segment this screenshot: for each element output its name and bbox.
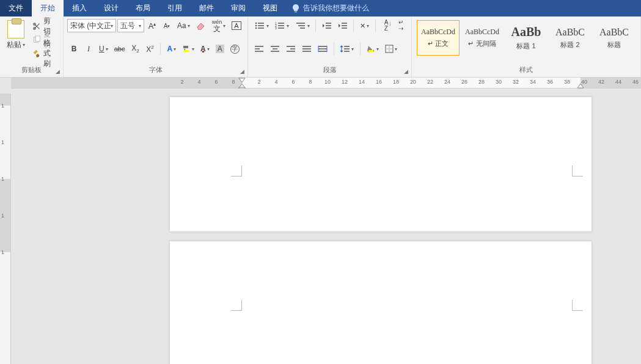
tab-references[interactable]: 引用 [159, 0, 191, 16]
group-styles: AaBbCcDd↵ 正文AaBbCcDd↵ 无间隔AaBb标题 1AaBbC标题… [412, 16, 641, 77]
ruler-number: 2 [257, 79, 260, 85]
grow-font-button[interactable]: A▴ [145, 19, 159, 32]
ruler-number: 14 [359, 79, 365, 85]
bullets-button[interactable] [252, 19, 271, 32]
font-size-combo[interactable]: 五号▾ [117, 19, 144, 32]
style-item-标题 1[interactable]: AaBb标题 1 [505, 20, 548, 56]
decrease-indent-button[interactable] [320, 19, 334, 32]
style-item-标题 2[interactable]: AaBbC标题 2 [549, 20, 592, 56]
increase-indent-button[interactable] [335, 19, 350, 32]
bold-button[interactable]: B [67, 42, 81, 56]
tell-me-search[interactable]: 告诉我你想要做什么 [286, 0, 375, 16]
group-label-styles: 样式 [416, 65, 637, 76]
page-1[interactable] [170, 97, 592, 231]
hanging-indent-marker[interactable] [238, 83, 246, 89]
bullets-icon [254, 21, 265, 30]
asian-layout-button[interactable]: ✕ [357, 19, 372, 32]
horizontal-ruler[interactable]: 8642246810121416182022242628303234363840… [11, 78, 641, 89]
document-viewport[interactable] [11, 89, 641, 364]
shrink-font-button[interactable]: A▾ [160, 19, 174, 32]
style-item-标题[interactable]: AaBbC标题 [593, 20, 636, 56]
tab-insert[interactable]: 插入 [64, 0, 95, 16]
paste-button[interactable]: 粘贴 ▾ [4, 19, 29, 51]
align-right-button[interactable] [284, 42, 298, 56]
strikethrough-button[interactable]: abc [112, 42, 128, 56]
ruler-number: 34 [530, 79, 536, 85]
tab-home[interactable]: 开始 [32, 0, 64, 16]
character-shading-button[interactable]: A [213, 42, 227, 56]
styles-gallery[interactable]: AaBbCcDd↵ 正文AaBbCcDd↵ 无间隔AaBb标题 1AaBbC标题… [416, 19, 637, 57]
svg-point-4 [255, 23, 257, 24]
ruler-number: 38 [564, 79, 570, 85]
asian-layout-icon: ✕ [360, 22, 365, 30]
numbering-button[interactable]: 123 [272, 19, 291, 32]
numbering-icon: 123 [274, 21, 285, 30]
justify-button[interactable] [299, 42, 314, 56]
ruler-number: 46 [632, 79, 639, 85]
shading-button[interactable] [364, 42, 381, 56]
paragraph-dialog-launcher[interactable]: ◢ [402, 68, 409, 75]
align-left-icon [254, 45, 264, 53]
tab-layout[interactable]: 布局 [127, 0, 159, 16]
highlight-button[interactable] [180, 42, 197, 56]
ruler-number: 30 [496, 79, 502, 85]
align-center-button[interactable] [268, 42, 282, 56]
tab-view[interactable]: 视图 [254, 0, 286, 16]
text-effects-button[interactable]: A [164, 42, 178, 56]
ruler-number: 8 [309, 79, 312, 85]
superscript-button[interactable]: X2 [143, 42, 156, 56]
strike-icon: abc [114, 45, 125, 53]
separator [334, 43, 334, 55]
clear-formatting-button[interactable] [194, 19, 208, 32]
style-item-正文[interactable]: AaBbCcDd↵ 正文 [417, 20, 460, 56]
change-case-button[interactable]: Aa [175, 19, 192, 32]
group-label-paragraph: 段落 [252, 65, 408, 76]
char-shading-icon: A [216, 45, 224, 53]
ruler-number: 16 [376, 79, 382, 85]
group-font: 宋体 (中文正文)▾ 五号▾ A▴ A▾ Aa wén文 A B I U abc… [64, 16, 248, 77]
style-name-label: 标题 2 [560, 40, 579, 49]
align-left-button[interactable] [252, 42, 266, 56]
multilevel-list-button[interactable] [293, 19, 312, 32]
font-color-button[interactable]: A [198, 42, 212, 56]
highlight-icon [182, 45, 191, 53]
ruler-number: 22 [427, 79, 433, 85]
font-dialog-launcher[interactable]: ◢ [238, 68, 246, 75]
font-color-icon: A [200, 45, 206, 53]
font-name-combo[interactable]: 宋体 (中文正文)▾ [67, 19, 116, 32]
tab-file[interactable]: 文件 [0, 0, 32, 16]
ruler-number: 24 [444, 79, 450, 85]
sort-button[interactable]: AZ↓ [379, 19, 393, 32]
format-painter-button[interactable]: 格式刷 [30, 47, 59, 59]
phonetic-guide-button[interactable]: wén文 [210, 19, 229, 32]
style-item-无间隔[interactable]: AaBbCcDd↵ 无间隔 [461, 20, 504, 56]
line-spacing-button[interactable] [338, 42, 356, 56]
paste-label: 粘贴 [7, 40, 21, 50]
italic-button[interactable]: I [82, 42, 95, 56]
borders-icon [385, 45, 394, 53]
ruler-number: 4 [274, 79, 277, 85]
clipboard-dialog-launcher[interactable]: ◢ [54, 68, 61, 75]
subscript-button[interactable]: X2 [128, 42, 142, 56]
borders-button[interactable] [383, 42, 400, 56]
ruler-number: 26 [461, 79, 467, 85]
distributed-button[interactable] [315, 42, 330, 56]
page-2[interactable] [170, 241, 592, 364]
tab-mail[interactable]: 邮件 [191, 0, 222, 16]
underline-button[interactable]: U [97, 42, 111, 56]
enclose-icon: 字 [230, 45, 240, 54]
ruler-number: 2 [180, 79, 183, 85]
tab-review[interactable]: 审阅 [222, 0, 254, 16]
workspace: 8642246810121416182022242628303234363840… [0, 78, 641, 364]
margin-corner-mark [572, 166, 583, 177]
character-border-button[interactable]: A [229, 19, 243, 32]
ruler-number: 1 [1, 213, 4, 219]
ribbon-tabbar: 文件 开始 插入 设计 布局 引用 邮件 审阅 视图 告诉我你想要做什么 [0, 0, 641, 16]
vertical-ruler[interactable]: 11111 [0, 93, 11, 364]
show-marks-button[interactable]: ↵⇢ [394, 19, 408, 32]
tab-design[interactable]: 设计 [95, 0, 127, 16]
first-line-indent-marker[interactable] [238, 78, 246, 83]
ruler-number: 40 [581, 79, 587, 85]
style-name-label: ↵ 无间隔 [468, 39, 496, 48]
enclose-characters-button[interactable]: 字 [228, 42, 242, 56]
